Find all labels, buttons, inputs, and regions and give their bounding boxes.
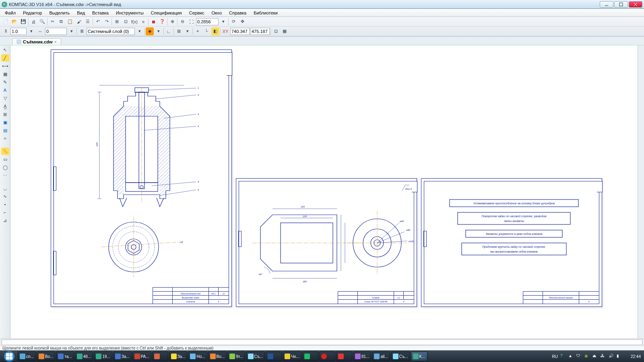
undo-icon[interactable]: ↶ [94, 18, 102, 26]
start-button[interactable] [2, 350, 17, 362]
misc2-icon[interactable]: ▦ [281, 27, 289, 35]
new-icon[interactable]: 📄 [2, 18, 10, 26]
symbol-tool-icon[interactable]: A̲ [1, 103, 9, 110]
volume-icon[interactable]: 🔊 [609, 354, 614, 359]
param-icon[interactable]: ≈ [1, 135, 9, 142]
zoomout-icon[interactable]: ⊖ [178, 18, 186, 26]
manager-icon[interactable]: ⊡ [122, 18, 130, 26]
style-icon[interactable]: ◆ [146, 27, 154, 35]
task-item[interactable]: 9т... [227, 352, 245, 361]
spec-tool-icon[interactable]: ▤ [1, 127, 9, 134]
task-item[interactable]: сп... [18, 352, 36, 361]
scale-input[interactable] [10, 28, 27, 35]
misc-tool-icon[interactable]: ⋯ [1, 172, 9, 179]
circle-tool-icon[interactable]: ◯ [1, 164, 9, 171]
xy-icon[interactable]: XY [221, 27, 229, 35]
brush-icon[interactable]: 🖌 [75, 18, 83, 26]
task-item[interactable]: PA... [132, 352, 151, 361]
task-item[interactable]: Че... [283, 352, 301, 361]
close-button[interactable] [629, 1, 642, 8]
battery-icon[interactable]: ▮ [617, 354, 622, 359]
task-item[interactable]: K... [411, 352, 427, 361]
maximize-button[interactable] [614, 1, 628, 8]
refresh-icon[interactable]: ⟳ [229, 18, 237, 26]
vars-icon[interactable]: ≡ [139, 18, 147, 26]
spline-icon[interactable]: ∿ [1, 193, 9, 200]
end-icon[interactable]: ⊿ [1, 217, 9, 224]
task-item[interactable]: 48... [75, 352, 93, 361]
grid-icon[interactable]: ⊞ [175, 27, 183, 35]
line-tool-icon[interactable]: ╱ [1, 54, 9, 62]
handle-icon[interactable]: ⇕ [2, 27, 10, 35]
task-item[interactable] [152, 352, 168, 361]
props-icon[interactable]: ☰ [84, 18, 92, 26]
menu-view[interactable]: Вид [74, 10, 88, 16]
edit-tool-icon[interactable]: ✎ [1, 78, 9, 86]
task-item[interactable]: Но... [188, 352, 207, 361]
help-tray-icon[interactable]: ? [560, 354, 566, 359]
cut-icon[interactable]: ✂ [48, 18, 56, 26]
dropdown-icon[interactable]: ▾ [219, 18, 227, 26]
layers-icon[interactable]: ≣ [78, 27, 86, 35]
measure-icon[interactable]: 📏 [1, 148, 9, 155]
layer-drop-icon[interactable]: ▾ [136, 27, 144, 35]
menu-service[interactable]: Сервис [186, 10, 208, 16]
menu-spec[interactable]: Спецификация [148, 10, 185, 16]
print-icon[interactable]: 🖨 [29, 18, 37, 26]
shield-icon[interactable]: 🛡 [576, 354, 582, 359]
offset-input[interactable] [45, 28, 67, 35]
menu-window[interactable]: Окно [208, 10, 225, 16]
task-item[interactable] [319, 352, 335, 361]
menu-help[interactable]: Справка [226, 10, 250, 16]
arc-tool-icon[interactable]: ◡ [1, 185, 9, 192]
offset-icon[interactable]: ↔ [36, 27, 44, 35]
snap-icon[interactable]: ⌖ [194, 27, 202, 35]
point-icon[interactable]: • [1, 201, 9, 208]
view-tool-icon[interactable]: ▣ [1, 119, 9, 126]
corner-icon[interactable]: ⌐ [1, 209, 9, 216]
move-icon[interactable]: ✥ [238, 18, 246, 26]
text-tool-icon[interactable]: A [1, 86, 9, 94]
dim-tool-icon[interactable]: ⟷ [1, 62, 9, 70]
zoom-input[interactable] [196, 18, 219, 25]
minimize-button[interactable] [600, 1, 613, 8]
lang-indicator[interactable]: RU [552, 354, 558, 359]
flag-icon[interactable]: ▲ [568, 354, 574, 359]
scale-drop-icon[interactable]: ▾ [27, 27, 35, 35]
redo-icon[interactable]: ↷ [103, 18, 111, 26]
clock[interactable]: 22:44 [625, 354, 641, 359]
stop-icon[interactable]: ⏹ [149, 18, 157, 26]
task-item[interactable] [336, 352, 352, 361]
axis-icon[interactable]: └ [202, 27, 211, 35]
open-icon[interactable]: 📂 [10, 18, 19, 26]
task-item[interactable]: Во... [37, 352, 56, 361]
preview-icon[interactable]: 🔍 [38, 18, 46, 26]
task-item[interactable]: 81... [353, 352, 371, 361]
menu-libraries[interactable]: Библиотеки [250, 10, 281, 16]
menu-tools[interactable]: Инструменты [113, 10, 147, 16]
table-tool-icon[interactable]: ⊞ [1, 111, 9, 118]
paste-icon[interactable]: 📋 [66, 18, 74, 26]
menu-file[interactable]: Файл [2, 10, 19, 16]
task-item[interactable] [302, 352, 318, 361]
menu-edit[interactable]: Редактор [20, 10, 45, 16]
menu-select[interactable]: Выделить [46, 10, 73, 16]
task-item[interactable]: та... [56, 352, 74, 361]
grid-drop-icon[interactable]: ▾ [184, 27, 192, 35]
task-item[interactable]: За... [113, 352, 132, 361]
network-icon[interactable]: 🖧 [601, 354, 606, 359]
task-item[interactable]: За... [169, 352, 188, 361]
eject-icon[interactable]: ⏏ [592, 354, 598, 359]
coord-x[interactable] [230, 28, 250, 35]
hatch-tool-icon[interactable]: ▦ [1, 70, 9, 78]
save-icon[interactable]: 💾 [19, 18, 27, 26]
ortho-icon[interactable]: ∟ [165, 27, 173, 35]
nvidia-icon[interactable]: ◉ [584, 354, 590, 359]
zoomfit-icon[interactable]: ⛶ [187, 18, 195, 26]
style-drop-icon[interactable]: ▾ [155, 27, 163, 35]
rough-tool-icon[interactable]: ▽ [1, 95, 9, 102]
task-item[interactable]: Во... [208, 352, 227, 361]
command-input[interactable] [2, 339, 642, 345]
right-scrollbar[interactable] [638, 45, 644, 338]
misc-icon[interactable]: ⊡ [272, 27, 280, 35]
